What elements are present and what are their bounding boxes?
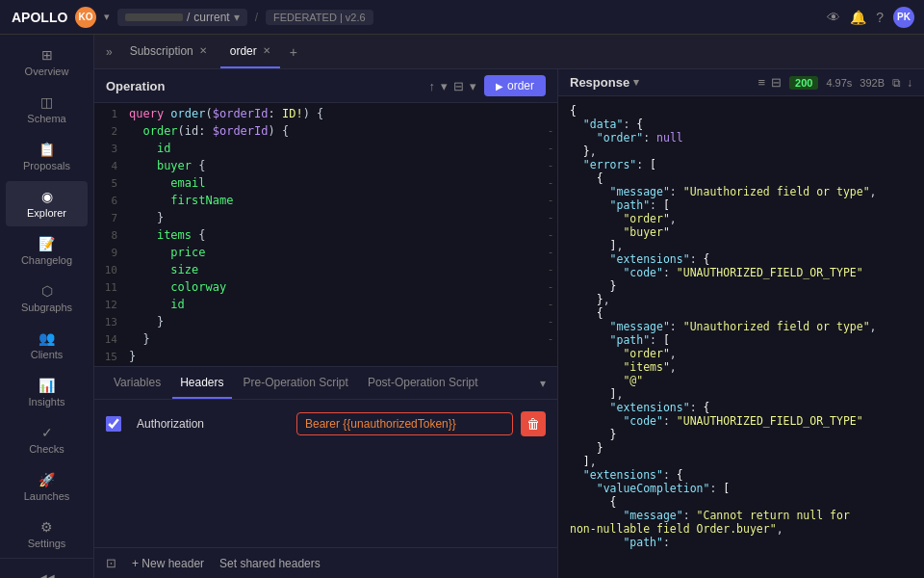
- response-json: { "data": { "order": null }, "errors": […: [570, 104, 912, 549]
- response-time: 4.97s: [826, 77, 852, 89]
- apollo-logo-svg: APOLLO: [10, 8, 67, 27]
- proposals-icon: 📋: [38, 142, 55, 157]
- tab-variables[interactable]: Variables: [106, 367, 168, 399]
- collapse-button[interactable]: ◀◀ COLLAPSE: [0, 566, 93, 578]
- footer-icon[interactable]: ⊡: [106, 556, 116, 570]
- chevron-down-icon[interactable]: ▾: [441, 79, 448, 93]
- sidebar-item-label: Settings: [28, 538, 66, 549]
- tab-headers[interactable]: Headers: [172, 367, 231, 399]
- sidebar-item-label: Launches: [24, 490, 70, 502]
- bottom-tabs: Variables Headers Pre-Operation Script P…: [94, 367, 557, 400]
- sidebar-item-subgraphs[interactable]: ⬡ Subgraphs: [6, 276, 88, 321]
- help-icon[interactable]: ?: [876, 10, 884, 25]
- sidebar-item-launches[interactable]: 🚀 Launches: [6, 464, 88, 510]
- sidebar-item-checks[interactable]: ✓ Checks: [6, 417, 88, 462]
- add-tab-button[interactable]: +: [284, 44, 303, 60]
- sidebar-item-changelog[interactable]: 📝 Changelog: [6, 228, 88, 274]
- code-editor[interactable]: 1 query order($orderId: ID!) { 2 order(i…: [94, 103, 557, 366]
- header-enabled-checkbox[interactable]: [106, 416, 121, 432]
- layout-icon[interactable]: ⊟: [453, 79, 464, 93]
- insights-icon: 📊: [38, 378, 55, 393]
- code-line: 2 order(id: $orderId) { -: [94, 124, 557, 142]
- tab-post-label: Post-Operation Script: [368, 376, 478, 389]
- sidebar-item-settings[interactable]: ⚙ Settings: [6, 512, 88, 557]
- code-line: 7 } -: [94, 211, 557, 228]
- settings2-icon[interactable]: ▾: [470, 79, 476, 93]
- response-label: Response: [570, 75, 629, 90]
- run-button[interactable]: ▶ order: [484, 75, 546, 96]
- tabs-bar: » Subscription ✕ order ✕ +: [94, 35, 924, 69]
- bell-icon[interactable]: 🔔: [850, 10, 866, 25]
- collapse-arrow-icon: ◀◀: [39, 572, 55, 578]
- user-avatar[interactable]: PK: [893, 7, 914, 28]
- code-line: 8 items { -: [94, 228, 557, 246]
- clients-icon: 👥: [38, 330, 55, 346]
- sidebar-item-label: Subgraphs: [21, 302, 72, 313]
- code-line: 9 price -: [94, 246, 557, 263]
- sidebar-item-label: Overview: [25, 66, 69, 77]
- current-label: current: [193, 11, 229, 24]
- bottom-footer: ⊡ + New header Set shared headers: [94, 547, 557, 578]
- tab-subscription[interactable]: Subscription ✕: [120, 35, 217, 68]
- code-line: 6 firstName -: [94, 194, 557, 211]
- share-icon[interactable]: ↑: [428, 79, 435, 93]
- header-key-input[interactable]: [129, 413, 289, 434]
- topbar-divider: /: [255, 11, 258, 24]
- tab-subscription-label: Subscription: [130, 44, 193, 58]
- tab-post-operation[interactable]: Post-Operation Script: [360, 367, 486, 399]
- checks-icon: ✓: [41, 425, 53, 440]
- tab-order[interactable]: order ✕: [220, 35, 280, 68]
- code-line: 4 buyer { -: [94, 159, 557, 176]
- main-layout: ⊞ Overview ◫ Schema 📋 Proposals ◉ Explor…: [0, 35, 924, 578]
- tab-pre-operation[interactable]: Pre-Operation Script: [236, 367, 356, 399]
- code-line: 10 size -: [94, 263, 557, 280]
- topbar: APOLLO KO ▾ / current ▾ / FEDERATED | v2…: [0, 0, 924, 35]
- launches-icon: 🚀: [38, 472, 55, 487]
- response-size: 392B: [860, 77, 885, 89]
- shared-headers-button[interactable]: Set shared headers: [219, 557, 321, 570]
- chevron-icon: ▾: [104, 11, 110, 23]
- tab-order-label: order: [230, 44, 257, 58]
- response-format-icon[interactable]: ≡: [757, 75, 765, 90]
- tab-subscription-close-icon[interactable]: ✕: [199, 45, 207, 56]
- changelog-icon: 📝: [38, 236, 55, 251]
- code-line: 15 }: [94, 350, 557, 366]
- tab-pre-label: Pre-Operation Script: [244, 376, 348, 389]
- headers-content: 🗑: [94, 400, 557, 547]
- code-line: 1 query order($orderId: ID!) {: [94, 107, 557, 124]
- response-table-icon[interactable]: ⊟: [771, 75, 782, 90]
- copy-icon[interactable]: ⧉: [892, 76, 901, 90]
- sidebar-item-label: Changelog: [21, 254, 72, 266]
- sidebar-item-clients[interactable]: 👥 Clients: [6, 323, 88, 368]
- topbar-branch[interactable]: / current ▾: [117, 9, 247, 26]
- sidebar-item-label: Clients: [31, 349, 64, 360]
- response-icons: ≡ ⊟: [757, 75, 782, 90]
- branch-chevron-icon: ▾: [234, 11, 240, 24]
- operation-title: Operation: [106, 79, 421, 93]
- tab-order-close-icon[interactable]: ✕: [263, 45, 270, 56]
- sidebar-item-proposals[interactable]: 📋 Proposals: [6, 134, 88, 179]
- code-line: 11 colorway -: [94, 280, 557, 298]
- topbar-avatar[interactable]: KO: [75, 7, 96, 28]
- sidebar-item-label: Proposals: [23, 160, 70, 171]
- eye-icon[interactable]: 👁: [827, 10, 840, 25]
- operation-header: Operation ↑ ▾ ⊟ ▾ ▶ order: [94, 69, 557, 103]
- split-pane: Operation ↑ ▾ ⊟ ▾ ▶ order 1: [94, 69, 924, 578]
- code-line: 12 id -: [94, 298, 557, 315]
- schema-icon: ◫: [40, 94, 53, 110]
- expand-panel-button[interactable]: »: [102, 41, 116, 63]
- sidebar-item-explorer[interactable]: ◉ Explorer: [6, 181, 88, 226]
- sidebar-item-insights[interactable]: 📊 Insights: [6, 370, 88, 415]
- subgraphs-icon: ⬡: [41, 283, 53, 299]
- download-icon[interactable]: ↓: [907, 76, 912, 90]
- bottom-tab-expand-icon[interactable]: ▾: [540, 377, 546, 390]
- header-delete-button[interactable]: 🗑: [521, 411, 546, 436]
- new-header-button[interactable]: + New header: [132, 557, 204, 570]
- settings-icon: ⚙: [40, 519, 53, 535]
- header-value-input[interactable]: [296, 412, 513, 435]
- sidebar-item-schema[interactable]: ◫ Schema: [6, 87, 88, 132]
- sidebar-item-overview[interactable]: ⊞ Overview: [6, 39, 88, 85]
- federated-badge: FEDERATED | v2.6: [266, 10, 373, 25]
- response-copy-icons: ⧉ ↓: [892, 76, 912, 90]
- run-button-label: order: [507, 79, 534, 92]
